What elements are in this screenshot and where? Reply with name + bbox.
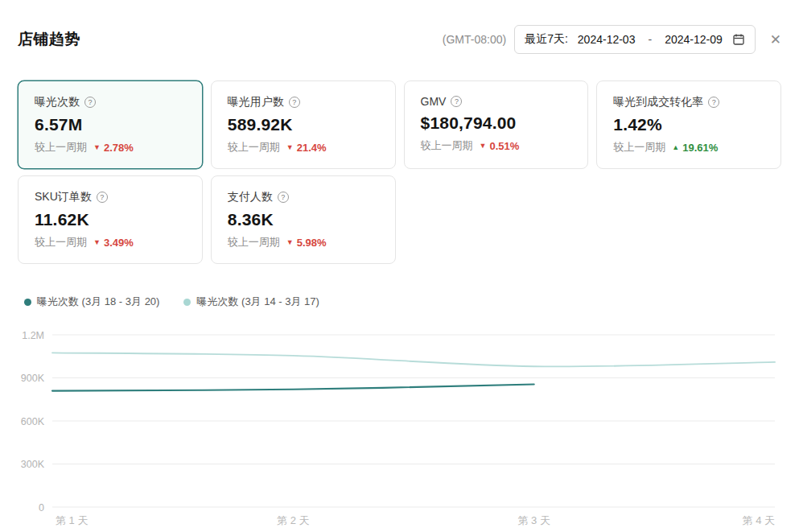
help-icon[interactable]: ? — [84, 97, 96, 108]
metric-label: 曝光次数 — [35, 95, 80, 109]
trend-chart: 0300K600K900K1.2M 第 1 天第 2 天第 3 天第 4 天 — [18, 320, 781, 528]
metric-label-row: 曝光到成交转化率 ? — [613, 95, 764, 109]
metric-compare: 较上一周期 ▲19.61% — [613, 140, 764, 155]
page-title: 店铺趋势 — [18, 29, 80, 50]
metric-label-row: GMV ? — [421, 95, 572, 108]
svg-text:1.2M: 1.2M — [22, 330, 44, 341]
metric-value: 589.92K — [228, 115, 379, 134]
compare-label: 较上一周期 — [421, 138, 473, 153]
trend-arrow-icon: ▲ — [672, 144, 679, 151]
compare-label: 较上一周期 — [35, 235, 87, 250]
change-value: 0.51% — [489, 140, 519, 152]
metric-card-exposure-users[interactable]: 曝光用户数 ? 589.92K 较上一周期 ▼21.4% — [211, 80, 396, 169]
metric-label-row: 支付人数 ? — [228, 190, 379, 204]
close-icon[interactable]: ✕ — [770, 33, 781, 47]
metric-compare: 较上一周期 ▼21.4% — [228, 140, 379, 155]
compare-label: 较上一周期 — [35, 140, 87, 155]
metric-compare: 较上一周期 ▼0.51% — [421, 138, 572, 153]
header-controls: (GMT-08:00) 最近7天: 2024-12-03 - 2024-12-0… — [443, 25, 781, 54]
metric-value: $180,794.00 — [421, 113, 572, 133]
metric-card-payers[interactable]: 支付人数 ? 8.36K 较上一周期 ▼5.98% — [211, 175, 396, 264]
svg-text:600K: 600K — [21, 416, 45, 427]
chart-legend: 曝光次数 (3月 18 - 3月 20) 曝光次数 (3月 14 - 3月 17… — [18, 295, 781, 309]
metric-value: 6.57M — [35, 115, 186, 134]
header: 店铺趋势 (GMT-08:00) 最近7天: 2024-12-03 - 2024… — [18, 24, 781, 55]
legend-item-current-period[interactable]: 曝光次数 (3月 18 - 3月 20) — [24, 295, 159, 309]
date-range-picker[interactable]: 最近7天: 2024-12-03 - 2024-12-09 — [514, 25, 756, 54]
compare-label: 较上一周期 — [228, 235, 280, 250]
svg-text:900K: 900K — [21, 373, 45, 384]
x-axis-label: 第 2 天 — [277, 513, 309, 528]
x-axis-label: 第 3 天 — [517, 513, 550, 528]
svg-text:300K: 300K — [21, 459, 45, 470]
date-separator: - — [645, 33, 655, 46]
metric-label: SKU订单数 — [35, 190, 92, 204]
trend-arrow-icon: ▼ — [286, 144, 294, 151]
metric-label: 支付人数 — [228, 190, 273, 204]
metric-label: GMV — [421, 95, 447, 108]
trend-arrow-icon: ▼ — [286, 239, 294, 246]
metric-compare: 较上一周期 ▼2.78% — [35, 140, 186, 155]
x-axis-label: 第 1 天 — [56, 513, 88, 528]
change-value: 2.78% — [104, 142, 134, 154]
date-preset-label: 最近7天: — [525, 32, 568, 47]
legend-dot-icon — [183, 299, 191, 306]
help-icon[interactable]: ? — [97, 192, 108, 203]
compare-label: 较上一周期 — [613, 140, 665, 155]
metric-label: 曝光用户数 — [228, 95, 284, 109]
metric-card-exposure-count[interactable]: 曝光次数 ? 6.57M 较上一周期 ▼2.78% — [18, 80, 203, 169]
metric-card-sku-orders[interactable]: SKU订单数 ? 11.62K 较上一周期 ▼3.49% — [18, 175, 203, 264]
change-badge: ▼5.98% — [286, 237, 327, 249]
x-axis-label: 第 4 天 — [743, 513, 775, 528]
change-value: 3.49% — [104, 237, 134, 249]
calendar-icon[interactable] — [732, 33, 745, 46]
line-chart-canvas[interactable]: 0300K600K900K1.2M — [18, 320, 781, 512]
metric-value: 1.42% — [613, 115, 764, 134]
metric-label-row: 曝光次数 ? — [35, 95, 186, 109]
metric-label-row: SKU订单数 ? — [35, 190, 186, 204]
change-value: 5.98% — [297, 237, 327, 249]
help-icon[interactable]: ? — [289, 97, 300, 108]
svg-text:0: 0 — [39, 502, 44, 513]
change-badge: ▲19.61% — [672, 142, 718, 154]
metric-value: 8.36K — [228, 210, 379, 229]
help-icon[interactable]: ? — [708, 97, 719, 108]
date-end: 2024-12-09 — [665, 33, 723, 46]
metric-label-row: 曝光用户数 ? — [228, 95, 379, 109]
trend-arrow-icon: ▼ — [480, 142, 487, 150]
metric-label: 曝光到成交转化率 — [613, 95, 703, 109]
trend-arrow-icon: ▼ — [93, 239, 101, 246]
metric-value: 11.62K — [35, 210, 186, 229]
change-value: 19.61% — [682, 142, 718, 154]
change-value: 21.4% — [297, 142, 327, 154]
change-badge: ▼0.51% — [480, 140, 520, 152]
x-axis-labels: 第 1 天第 2 天第 3 天第 4 天 — [18, 513, 781, 528]
change-badge: ▼2.78% — [93, 142, 134, 154]
legend-label: 曝光次数 (3月 18 - 3月 20) — [37, 295, 159, 309]
date-start: 2024-12-03 — [578, 33, 636, 46]
metric-cards: 曝光次数 ? 6.57M 较上一周期 ▼2.78% 曝光用户数 ? 589.92… — [18, 80, 781, 264]
metric-card-conversion-rate[interactable]: 曝光到成交转化率 ? 1.42% 较上一周期 ▲19.61% — [596, 80, 781, 169]
metric-compare: 较上一周期 ▼3.49% — [35, 235, 186, 250]
help-icon[interactable]: ? — [278, 192, 289, 203]
legend-label: 曝光次数 (3月 14 - 3月 17) — [196, 295, 319, 309]
store-trends-panel: 店铺趋势 (GMT-08:00) 最近7天: 2024-12-03 - 2024… — [0, 24, 799, 528]
timezone-label: (GMT-08:00) — [443, 33, 506, 46]
trend-arrow-icon: ▼ — [93, 144, 101, 151]
metric-card-gmv[interactable]: GMV ? $180,794.00 较上一周期 ▼0.51% — [404, 80, 589, 169]
legend-dot-icon — [24, 299, 31, 306]
metric-compare: 较上一周期 ▼5.98% — [228, 235, 379, 250]
change-badge: ▼21.4% — [286, 142, 327, 154]
help-icon[interactable]: ? — [451, 96, 462, 107]
change-badge: ▼3.49% — [93, 237, 134, 249]
compare-label: 较上一周期 — [228, 140, 280, 155]
legend-item-previous-period[interactable]: 曝光次数 (3月 14 - 3月 17) — [183, 295, 319, 309]
